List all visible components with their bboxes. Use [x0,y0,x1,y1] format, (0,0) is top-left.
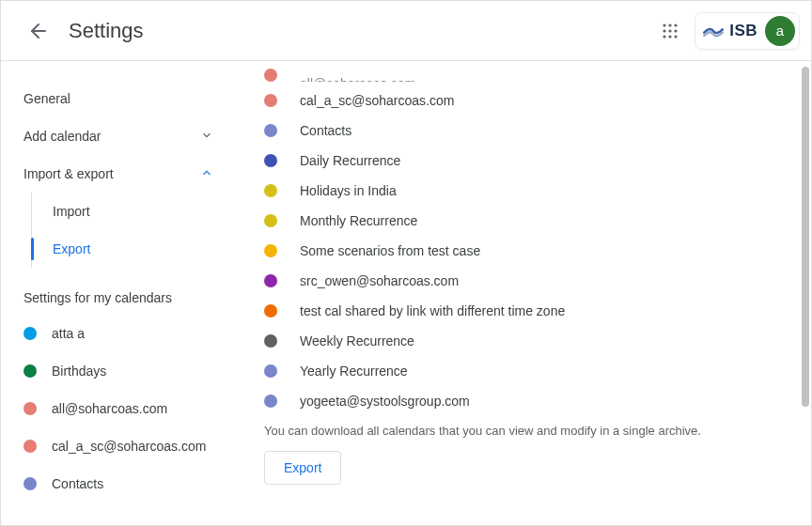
color-dot [264,274,277,287]
calendar-label: Daily Recurrence [300,153,400,168]
svg-point-7 [664,35,666,38]
calendar-row: src_owen@soharcoas.com [264,266,792,296]
calendar-row: yogeeta@systoolsgroup.com [264,386,792,416]
svg-point-2 [669,23,672,26]
calendar-label: Weekly Recurrence [300,333,414,348]
calendar-label: all@soharcoas.com [52,401,167,416]
svg-point-9 [675,35,678,38]
color-dot [264,394,277,408]
calendar-row: Monthly Recurrence [264,206,792,236]
calendar-label: all@soharcoas.com [300,76,415,82]
export-button-label: Export [284,460,321,475]
sidebar-calendar-item[interactable]: all@soharcoas.com [8,390,228,427]
brand-wave-icon [701,19,726,43]
nav-label: Import [53,204,90,219]
arrow-left-icon [27,20,50,42]
nav-label: General [23,91,70,106]
export-button[interactable]: Export [264,451,341,485]
color-dot [23,440,37,453]
calendar-label: Birthdays [52,364,106,379]
color-dot [264,69,277,82]
page-title: Settings [69,19,144,43]
google-apps-button[interactable] [651,12,689,50]
sidebar-calendar-item[interactable]: atta a [8,315,228,352]
export-helper-text: You can download all calendars that you … [264,424,792,438]
nav-add-calendar[interactable]: Add calendar [1,117,228,155]
chevron-up-icon [200,166,213,182]
svg-point-8 [669,35,672,38]
calendar-label: cal_a_sc@soharcoas.com [52,439,206,454]
content-area: all@soharcoas.com cal_a_sc@soharcoas.com… [236,61,811,525]
color-dot [264,184,277,197]
nav-import-export[interactable]: Import & export [1,155,228,193]
brand-text: ISB [729,22,757,40]
sidebar-calendar-item[interactable]: Contacts [8,465,228,503]
color-dot [264,94,277,107]
svg-point-3 [675,23,678,26]
calendar-label: Monthly Recurrence [300,213,417,228]
color-dot [23,327,37,340]
color-dot [23,402,37,415]
nav-export[interactable]: Export [32,230,228,268]
color-dot [264,334,277,348]
nav-label: Import & export [23,166,114,181]
nav-label: Add calendar [23,129,102,144]
color-dot [264,154,277,167]
brand-logo: ISB [701,19,757,43]
calendar-row: test cal shared by link with different t… [264,296,792,326]
calendar-row: Contacts [264,116,792,146]
svg-point-4 [664,29,666,32]
calendar-label: Some scenarios from test case [300,243,480,258]
color-dot [23,364,37,378]
scrollbar[interactable] [802,67,809,519]
calendar-row: Weekly Recurrence [264,326,792,356]
calendar-row: Some scenarios from test case [264,236,792,266]
color-dot [264,244,277,257]
color-dot [264,304,277,317]
calendar-row: all@soharcoas.com [264,65,792,82]
sidebar-calendar-item[interactable]: cal_a_sc@soharcoas.com [8,427,228,465]
calendar-label: Yearly Recurrence [300,364,408,379]
account-chip[interactable]: ISB a [695,12,800,50]
calendar-label: Contacts [52,476,103,491]
sidebar: General Add calendar Import & export Imp… [1,61,236,525]
calendar-label: cal_a_sc@soharcoas.com [300,93,454,108]
calendar-label: atta a [52,326,85,341]
sidebar-section-label: Settings for my calendars [8,268,228,315]
calendar-row: Holidays in India [264,176,792,206]
calendar-label: Holidays in India [300,183,397,198]
calendar-label: test cal shared by link with different t… [300,303,565,318]
chevron-down-icon [200,129,213,145]
color-dot [264,124,277,137]
sidebar-calendar-item[interactable]: Birthdays [8,352,228,390]
color-dot [264,214,277,227]
svg-point-6 [675,29,678,32]
apps-grid-icon [662,23,679,39]
nav-import[interactable]: Import [32,193,228,230]
calendar-label: Contacts [300,123,351,138]
calendar-row: cal_a_sc@soharcoas.com [264,85,792,116]
nav-label: Export [53,241,90,256]
calendar-row: Yearly Recurrence [264,356,792,386]
calendar-label: src_owen@soharcoas.com [300,273,459,288]
calendar-row: Daily Recurrence [264,146,792,176]
avatar-letter: a [776,23,784,39]
header: Settings ISB a [1,1,811,61]
nav-import-export-subitems: Import Export [31,193,228,268]
svg-point-1 [664,23,666,26]
back-button[interactable] [20,12,57,50]
nav-general[interactable]: General [1,80,228,117]
avatar[interactable]: a [765,16,795,46]
color-dot [23,477,37,490]
scrollbar-thumb[interactable] [802,67,809,407]
svg-point-5 [669,29,672,32]
color-dot [264,364,277,378]
calendar-label: yogeeta@systoolsgroup.com [300,394,470,409]
